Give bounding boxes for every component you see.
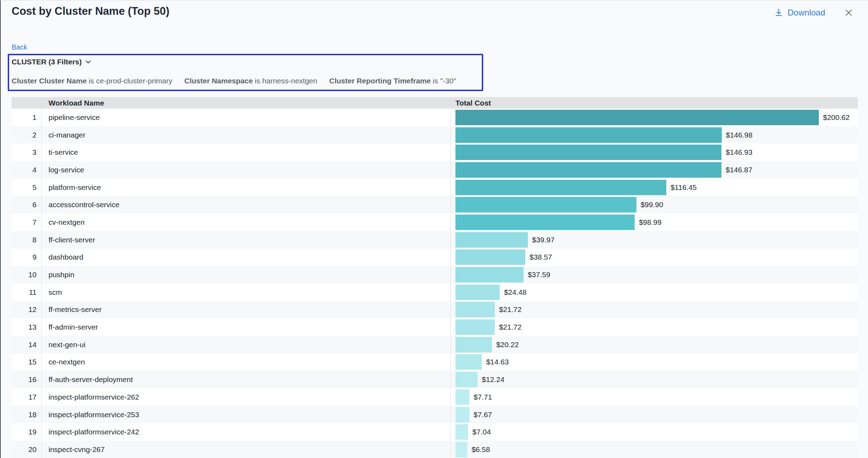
table-row: 12ff-metrics-server$21.72 [12, 301, 858, 319]
cost-cell: $200.62 [451, 110, 858, 125]
back-link[interactable]: Back [12, 43, 27, 51]
workload-name: inspect-platformservice-253 [41, 411, 451, 419]
cost-value: $7.71 [474, 393, 492, 401]
filter-items: Cluster Cluster Name is ce-prod-cluster-… [12, 77, 456, 85]
table-body: 1pipeline-service$200.622ci-manager$146.… [12, 109, 858, 458]
cost-by-cluster-panel: Cost by Cluster Name (Top 50) Download B… [0, 0, 868, 458]
cost-cell: $20.22 [451, 337, 858, 352]
page-title: Cost by Cluster Name (Top 50) [12, 5, 169, 18]
cost-cell: $7.67 [451, 407, 858, 422]
download-label: Download [788, 8, 825, 18]
row-rank: 13 [12, 323, 41, 331]
cost-value: $99.90 [641, 201, 663, 209]
column-divider-cost [451, 97, 451, 458]
cost-value: $20.22 [496, 341, 519, 349]
cost-bar [455, 110, 819, 125]
table-row: 3ti-service$146.93 [12, 144, 858, 161]
cost-value: $116.45 [671, 183, 697, 192]
cost-bar [455, 389, 469, 405]
close-button[interactable] [843, 7, 854, 18]
cost-bar [455, 232, 528, 248]
row-rank: 9 [12, 253, 41, 261]
cost-value: $12.24 [482, 375, 504, 384]
workload-name: ff-metrics-server [41, 305, 451, 314]
row-rank: 4 [12, 166, 41, 174]
table-row: 13ff-admin-server$21.72 [12, 318, 858, 336]
download-icon [774, 8, 783, 17]
row-rank: 6 [12, 201, 41, 209]
cost-bar [455, 407, 469, 422]
cost-bar [455, 424, 468, 440]
cost-value: $39.97 [532, 236, 555, 244]
cost-cell: $146.93 [451, 145, 858, 160]
cost-value: $146.93 [726, 148, 752, 157]
workload-name: ff-auth-server-deployment [41, 375, 451, 384]
filter-field: Cluster Reporting Timeframe [329, 77, 431, 85]
workload-name: accesscontrol-service [41, 201, 451, 209]
row-rank: 16 [12, 375, 41, 384]
cost-value: $7.67 [474, 411, 492, 419]
cost-cell: $116.45 [451, 180, 858, 195]
row-rank: 8 [12, 236, 41, 244]
table-row: 15ce-nextgen$14.63 [12, 354, 858, 371]
cost-cell: $7.04 [451, 424, 858, 440]
filter-field: Cluster Cluster Name [12, 77, 87, 85]
row-rank: 19 [12, 428, 41, 436]
row-rank: 20 [12, 445, 41, 454]
cost-cell: $6.58 [451, 442, 858, 457]
workload-name: ce-nextgen [41, 358, 451, 366]
workload-name: ti-service [41, 148, 451, 157]
workload-name-header: Workload Name [41, 99, 451, 107]
cost-cell: $21.72 [451, 319, 858, 335]
total-cost-header: Total Cost [451, 99, 858, 107]
filter-value: ce-prod-cluster-primary [96, 77, 172, 85]
column-divider-rank [41, 97, 42, 458]
table-row: 4log-service$146.87 [12, 161, 858, 179]
workload-name: pipeline-service [41, 113, 451, 122]
workload-name: scm [41, 288, 451, 297]
workload-name: inspect-platformservice-262 [41, 393, 451, 401]
table-row: 14next-gen-ui$20.22 [12, 336, 858, 354]
cost-cell: $7.71 [451, 389, 858, 405]
workload-name: ff-client-server [41, 236, 451, 244]
workload-name: pushpin [41, 271, 451, 279]
row-rank: 7 [12, 218, 41, 227]
table-row: 2ci-manager$146.98 [12, 126, 858, 144]
workload-name: cv-nextgen [41, 218, 451, 227]
cost-value: $200.62 [823, 113, 850, 122]
row-rank: 3 [12, 148, 41, 157]
panel-left-edge [0, 0, 1, 458]
cost-bar [455, 180, 666, 195]
row-rank: 15 [12, 358, 41, 366]
download-button[interactable]: Download [774, 8, 825, 18]
cost-bar [455, 302, 495, 317]
cost-value: $21.72 [499, 323, 522, 331]
filter-box: CLUSTER (3 Filters) Cluster Cluster Name… [8, 54, 483, 91]
filter-item: Cluster Reporting Timeframe is "-30" [329, 77, 456, 85]
table-row: 8ff-client-server$39.97 [12, 231, 858, 249]
filter-dropdown[interactable]: CLUSTER (3 Filters) [12, 58, 91, 66]
filter-summary: CLUSTER (3 Filters) [12, 58, 82, 66]
cost-bar [455, 267, 524, 282]
table-row: 18inspect-platformservice-253$7.67 [12, 406, 858, 424]
cost-cell: $39.97 [451, 232, 858, 248]
top-actions: Download [774, 7, 854, 18]
chevron-down-icon [85, 60, 91, 64]
filter-op: is [89, 77, 94, 85]
workload-name: platform-service [41, 183, 451, 192]
workload-name: next-gen-ui [41, 341, 451, 349]
table-row: 19inspect-platformservice-242$7.04 [12, 423, 858, 441]
cost-bar [455, 442, 467, 457]
cost-bar [455, 145, 721, 160]
cost-cell: $38.57 [451, 249, 858, 265]
row-rank: 17 [12, 393, 41, 401]
table-row: 1pipeline-service$200.62 [12, 109, 858, 126]
cost-bar [455, 162, 721, 178]
row-rank: 10 [12, 271, 41, 279]
cost-cell: $146.87 [451, 162, 858, 178]
cost-bar [455, 285, 500, 300]
workload-name: inspect-cvng-267 [41, 445, 451, 454]
cost-bar [455, 354, 482, 370]
row-rank: 2 [12, 131, 41, 139]
cost-bar [455, 372, 478, 387]
